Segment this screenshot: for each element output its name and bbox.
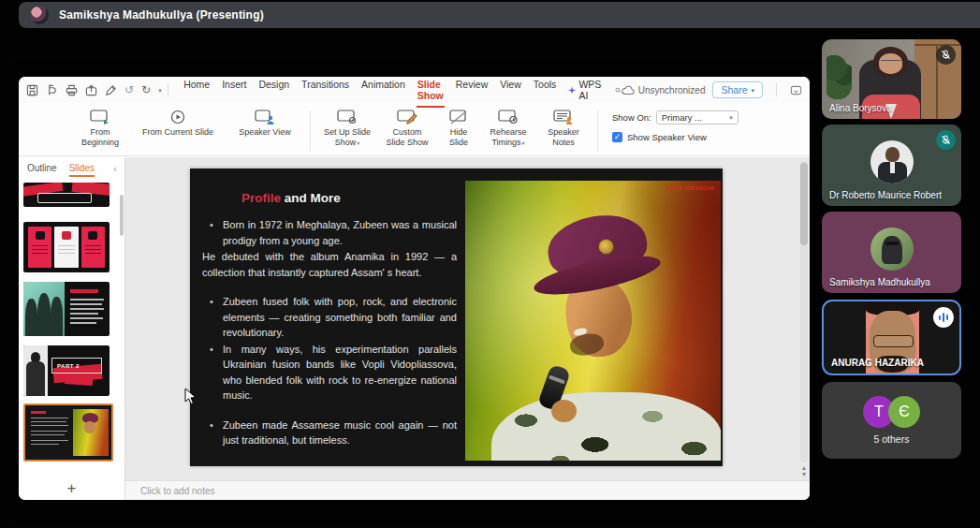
panel-tabs: Outline Slides ‹ xyxy=(19,157,124,179)
avatar-letter: Є xyxy=(888,396,920,428)
save-icon[interactable] xyxy=(26,84,38,96)
from-current-slide-button[interactable]: From Current Slide xyxy=(135,110,221,138)
export-pdf-icon[interactable] xyxy=(46,84,58,96)
current-slide[interactable]: Profile and More •Born in 1972 in Meghal… xyxy=(190,169,723,466)
hat-badge-shape xyxy=(598,239,614,255)
add-slide-button[interactable]: + xyxy=(67,480,77,496)
speaker-view-icon xyxy=(255,110,275,125)
set-up-slide-show-button[interactable]: Set Up Slide Show▾ xyxy=(323,110,372,149)
undo-icon[interactable]: ↺ xyxy=(124,84,134,95)
share-chevron-icon: ▾ xyxy=(751,87,754,94)
notes-pane[interactable]: Click to add notes xyxy=(125,480,810,500)
show-speaker-view-label: Show Speaker View xyxy=(627,132,707,142)
menu-view[interactable]: View xyxy=(499,79,522,101)
editing-canvas: Profile and More •Born in 1972 in Meghal… xyxy=(125,157,810,500)
divider xyxy=(776,83,777,96)
slide-thumbnail-1[interactable] xyxy=(23,183,110,207)
patterned-shirt-shape xyxy=(491,392,721,461)
menu-animation[interactable]: Animation xyxy=(360,79,406,101)
dropdown-chevron-icon: ▾ xyxy=(522,140,525,146)
panel-scrollbar[interactable] xyxy=(120,195,124,236)
menu-home[interactable]: Home xyxy=(183,79,211,101)
from-beginning-button[interactable]: From Beginning xyxy=(77,110,124,149)
dropdown-chevron-icon: ▾ xyxy=(357,140,359,146)
print-icon[interactable] xyxy=(66,84,78,96)
slide-thumbnail-3[interactable] xyxy=(23,282,110,336)
rehearse-timings-icon xyxy=(498,110,519,125)
photo-watermark: MUSIC ARRANGER xyxy=(666,185,714,191)
speaker-view-button[interactable]: Speaker View xyxy=(232,110,298,138)
menu-insert[interactable]: Insert xyxy=(221,79,247,101)
avatar xyxy=(870,140,914,183)
plant-shape xyxy=(826,54,852,99)
menu-review[interactable]: Review xyxy=(455,79,489,101)
zubeen-photo: MUSIC ARRANGER xyxy=(465,181,721,461)
menu-tools[interactable]: Tools xyxy=(533,79,558,101)
mini-title-shape xyxy=(31,411,46,414)
participant-tile-others[interactable]: T Є 5 others xyxy=(822,382,961,459)
slide-thumbnail-2[interactable] xyxy=(23,222,110,272)
panel-collapse-icon[interactable]: ‹ xyxy=(113,163,117,174)
speaker-notes-button[interactable]: Speaker Notes xyxy=(542,110,585,149)
format-painter-icon[interactable] xyxy=(105,84,117,96)
set-up-slide-show-icon xyxy=(337,110,358,125)
show-speaker-view-checkbox[interactable]: ✓ xyxy=(612,132,622,142)
notes-placeholder: Click to add notes xyxy=(140,486,215,496)
hide-slide-icon xyxy=(448,110,469,125)
participant-tile-samikshya[interactable]: Samikshya Madhukullya xyxy=(822,212,961,293)
cloud-icon xyxy=(622,85,635,95)
ribbon-collapse-icon[interactable] xyxy=(790,84,802,96)
quick-access-chevron-icon[interactable]: ▾ xyxy=(158,87,162,94)
speaker-notes-icon xyxy=(553,110,574,125)
wps-window: ↺ ↻ ▾ Home Insert Design Transitions Ani… xyxy=(19,77,810,500)
participant-name: Samikshya Madhukullya xyxy=(829,277,930,287)
slide-thumbnail-5-current[interactable] xyxy=(23,403,113,462)
presenter-bar[interactable]: Samikshya Madhukullya (Presenting) xyxy=(19,2,980,28)
share-file-icon[interactable] xyxy=(85,84,97,96)
participant-tile-alina[interactable]: Alina Borysova xyxy=(822,39,961,119)
canvas-scrollbar-thumb[interactable] xyxy=(800,163,808,245)
speaker-notes-label: Speaker Notes xyxy=(542,127,585,149)
menu-slide-show[interactable]: Slide Show xyxy=(417,79,445,101)
scroll-up-icon[interactable]: ▲ xyxy=(800,464,808,471)
outline-box-shape xyxy=(37,193,92,203)
scroll-arrows[interactable]: ▲▼ xyxy=(800,464,808,477)
menu-transitions[interactable]: Transitions xyxy=(300,79,350,101)
show-on-group: Show On: Primary ... ▾ ✓ Show Speaker Vi… xyxy=(612,109,739,142)
from-beginning-icon xyxy=(90,110,110,125)
slides-panel: Outline Slides ‹ xyxy=(19,157,125,500)
custom-slide-show-button[interactable]: Custom Slide Show xyxy=(383,110,431,149)
slide-title-rest: and More xyxy=(281,191,341,205)
rehearse-timings-button[interactable]: Rehearse Timings▾ xyxy=(486,110,531,149)
participant-name: Dr Roberto Maurice Robert xyxy=(829,190,942,200)
share-button[interactable]: Share ▾ xyxy=(712,81,763,98)
screen: Samikshya Madhukullya (Presenting) ↺ ↻ ▾… xyxy=(0,0,980,528)
bw-portrait-shape xyxy=(23,345,48,396)
hand-shape xyxy=(551,400,577,422)
red-title-shape xyxy=(70,289,98,293)
participant-tile-anurag[interactable]: ANURAG HAZARIKA xyxy=(822,300,961,375)
quick-access-toolbar: ↺ ↻ ▾ xyxy=(26,84,162,96)
participant-tile-roberto[interactable]: Dr Roberto Maurice Robert xyxy=(822,125,961,206)
menu-design[interactable]: Design xyxy=(257,79,290,101)
hide-slide-button[interactable]: Hide Slide xyxy=(443,110,475,149)
tab-outline[interactable]: Outline xyxy=(27,163,57,173)
others-count-label: 5 others xyxy=(874,433,910,445)
tab-slides[interactable]: Slides xyxy=(69,163,95,173)
mic-muted-icon xyxy=(936,45,956,65)
slide-title-accent: Profile xyxy=(241,191,281,205)
sync-status[interactable]: Unsynchronized xyxy=(622,85,706,95)
divider xyxy=(168,83,168,96)
show-on-label: Show On: xyxy=(612,112,651,123)
participant-name: Alina Borysova xyxy=(829,103,892,113)
dropdown-chevron-icon: ▾ xyxy=(729,114,733,121)
wps-menubar: ↺ ↻ ▾ Home Insert Design Transitions Ani… xyxy=(19,77,810,103)
slide-thumbnail-4[interactable]: PART 2 xyxy=(23,345,110,396)
scroll-down-icon[interactable]: ▼ xyxy=(800,471,808,477)
wps-ai-menu[interactable]: WPS AI xyxy=(568,79,604,101)
from-beginning-label: From Beginning xyxy=(77,127,124,149)
redo-icon[interactable]: ↻ xyxy=(141,84,151,95)
show-on-dropdown[interactable]: Primary ... ▾ xyxy=(656,110,739,125)
avatar xyxy=(870,227,914,271)
slide-show-ribbon: From Beginning From Current Slide Speake… xyxy=(19,103,810,156)
